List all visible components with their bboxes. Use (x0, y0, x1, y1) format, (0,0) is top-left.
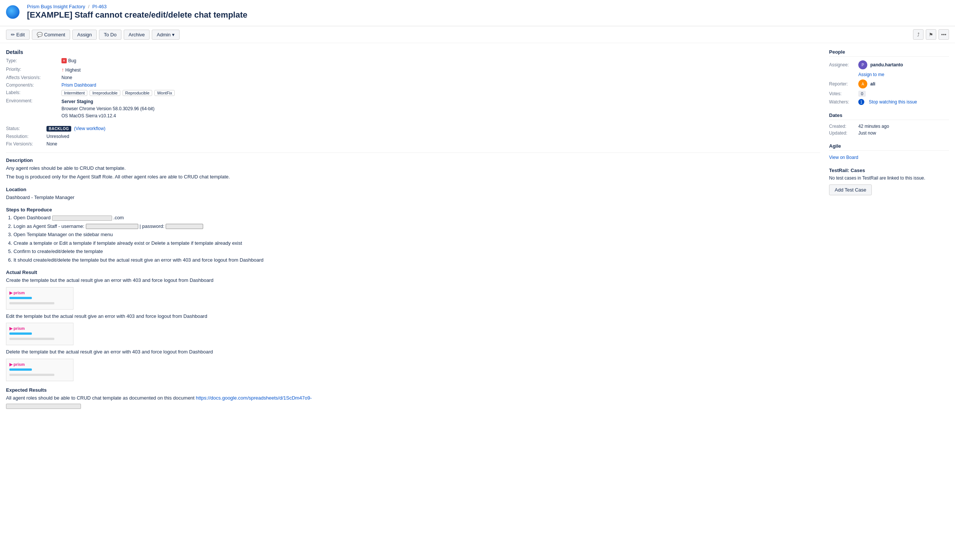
screenshot-2: ▶ prism (6, 323, 74, 345)
actual-result-section: Actual Result Create the template but th… (6, 269, 820, 381)
bug-icon (61, 58, 67, 63)
created-value: 42 minutes ago (858, 124, 889, 129)
assignee-name: pandu.hartanto (870, 62, 903, 67)
watcher-badge: 1 (858, 99, 864, 105)
type-label: Type: (6, 58, 58, 64)
screenshot-1: ▶ prism (6, 287, 74, 310)
testrail-section: TestRail: Cases No test cases in TestRai… (829, 167, 949, 195)
created-label: Created: (829, 124, 855, 129)
status-badge: BACKLOG (47, 126, 71, 131)
breadcrumb-issue-link[interactable]: PI-463 (92, 4, 106, 9)
components-label: Component/s: (6, 83, 58, 88)
description-text1: Any agent roles should be able to CRUD c… (6, 164, 820, 172)
breadcrumb-project-link[interactable]: Prism Bugs Insight Factory (27, 4, 85, 9)
location-value: Dashboard - Template Manager (6, 194, 820, 201)
description-section: Description Any agent roles should be ab… (6, 158, 820, 181)
details-title: Details (6, 49, 820, 55)
breadcrumb: Prism Bugs Insight Factory / PI-463 (27, 4, 247, 9)
vote-badge: 0 (858, 91, 866, 97)
label-tag-0: Intermittent (61, 90, 87, 96)
archive-button[interactable]: Archive (124, 30, 150, 40)
reporter-row: Reporter: A ali (829, 80, 949, 88)
location-section: Location Dashboard - Template Manager (6, 187, 820, 201)
details-section: Details Type: Bug Priority: ↑ Highest (6, 49, 820, 147)
stop-watching-link[interactable]: Stop watching this issue (869, 99, 917, 105)
actual-result-text1: Create the template but the actual resul… (6, 277, 820, 284)
more-button[interactable]: ••• (938, 29, 949, 40)
watchers-row: Watchers: 1 Stop watching this issue (829, 99, 949, 105)
assignee-label: Assignee: (829, 62, 855, 67)
fix-version-value: None (47, 141, 105, 147)
top-header: Prism Bugs Insight Factory / PI-463 [EXA… (0, 0, 955, 26)
screenshot-3: ▶ prism (6, 359, 74, 381)
step-2: Login as Agent Staff - username: | passw… (14, 223, 820, 230)
status-label: Status: (6, 126, 44, 131)
votes-row: Votes: 0 (829, 91, 949, 97)
edit-button[interactable]: ✏ Edit (6, 30, 30, 40)
username-input[interactable] (86, 224, 138, 229)
component-link[interactable]: Prism Dashboard (61, 83, 96, 88)
view-workflow-link[interactable]: (View workflow) (74, 126, 105, 131)
updated-row: Updated: Just now (829, 130, 949, 136)
step1-input (52, 216, 112, 221)
toolbar: ✏ Edit 💬 Comment Assign To Do Archive Ad… (0, 26, 955, 43)
step-3: Open Template Manager on the sidebar men… (14, 231, 820, 238)
agile-section: Agile View on Board (829, 143, 949, 160)
actual-result-title: Actual Result (6, 269, 820, 275)
priority-value: ↑ Highest (61, 67, 820, 73)
priority-label: Priority: (6, 67, 58, 73)
testrail-title: TestRail: Cases (829, 167, 949, 173)
people-title: People (829, 49, 949, 56)
environment-value: Server Staging Browser Chrome Version 58… (61, 98, 820, 120)
details-grid: Type: Bug Priority: ↑ Highest Affects Ve… (6, 58, 820, 120)
step-4: Create a template or Edit a template if … (14, 239, 820, 247)
description-title: Description (6, 158, 820, 163)
assign-me-link[interactable]: Assign to me (858, 72, 884, 77)
step-5: Confirm to create/edit/delete the templa… (14, 248, 820, 255)
share-button[interactable]: ⤴ (913, 29, 924, 40)
spreadsheet-input (6, 404, 81, 409)
label-tag-3: WontFix (154, 90, 175, 96)
resolution-label: Resolution: (6, 134, 44, 139)
main-layout: Details Type: Bug Priority: ↑ Highest (0, 43, 955, 421)
main-content: Details Type: Bug Priority: ↑ Highest (6, 49, 820, 415)
assignee-avatar: P (858, 60, 867, 69)
comment-button[interactable]: 💬 Comment (32, 30, 70, 40)
expected-results-title: Expected Results (6, 387, 820, 393)
environment-label: Environment: (6, 98, 58, 120)
dates-section: Dates Created: 42 minutes ago Updated: J… (829, 113, 949, 136)
toolbar-right: ⤴ ⚑ ••• (913, 29, 949, 40)
affects-label: Affects Version/s: (6, 75, 58, 80)
assign-button[interactable]: Assign (72, 30, 97, 40)
actual-result-text2: Edit the template but the actual result … (6, 313, 820, 320)
view-board-link[interactable]: View on Board (829, 155, 858, 160)
updated-value: Just now (858, 130, 876, 136)
labels-value: Intermittent Irreproducible Reproducible… (61, 90, 820, 96)
testrail-no-cases: No test cases in TestRail are linked to … (829, 175, 949, 181)
todo-button[interactable]: To Do (99, 30, 121, 40)
expected-results-text: All agent roles should be able to CRUD c… (6, 394, 820, 402)
password-input[interactable] (166, 224, 203, 229)
affects-value: None (61, 75, 820, 80)
docs-link[interactable]: https://docs.google.com/spreadsheets/d/1… (196, 395, 312, 401)
fix-version-label: Fix Version/s: (6, 141, 44, 147)
priority-icon: ↑ (61, 67, 64, 73)
type-text: Bug (68, 58, 76, 63)
add-test-case-button[interactable]: Add Test Case (829, 185, 872, 195)
flag-button[interactable]: ⚑ (926, 29, 936, 40)
steps-list: Open Dashboard .com Login as Agent Staff… (6, 214, 820, 263)
label-tag-2: Reproducible (122, 90, 152, 96)
agile-title: Agile (829, 143, 949, 151)
sidebar: People Assignee: P pandu.hartanto Assign… (829, 49, 949, 415)
actual-result-text3: Delete the template but the actual resul… (6, 348, 820, 356)
admin-button[interactable]: Admin ▾ (152, 30, 179, 40)
votes-label: Votes: (829, 91, 855, 96)
dates-title: Dates (829, 113, 949, 120)
step-6: It should create/edit/delete the templat… (14, 257, 820, 264)
app-logo (6, 5, 19, 19)
watchers-label: Watchers: (829, 99, 855, 105)
reporter-avatar: A (858, 80, 867, 88)
steps-section: Steps to Reproduce Open Dashboard .com L… (6, 207, 820, 263)
components-value: Prism Dashboard (61, 83, 820, 88)
step-1: Open Dashboard .com (14, 214, 820, 222)
